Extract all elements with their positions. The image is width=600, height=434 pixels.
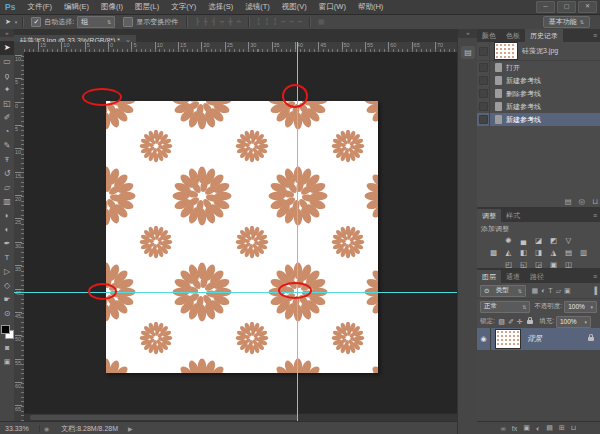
auto-select-group-dropdown[interactable]: 组 ⇅ <box>77 16 115 28</box>
dock-expand-icon[interactable]: « <box>458 29 478 38</box>
filter-type-icon[interactable]: ▦ <box>532 287 539 294</box>
dodge-tool[interactable]: ◐ <box>0 223 14 237</box>
delete-state-icon[interactable]: ⊔ <box>592 197 598 206</box>
quick-mask-button[interactable]: ◙ <box>0 341 14 355</box>
new-document-from-state-icon[interactable]: ▤ <box>565 197 572 206</box>
tool-preset-picker[interactable]: ➤ ▾ <box>5 18 17 26</box>
lock-all-icon[interactable] <box>527 320 533 324</box>
layer-filter-dropdown[interactable]: ⊙ 类型 ⇅ <box>480 285 526 297</box>
move-tool[interactable]: ➤ <box>0 41 14 55</box>
hand-tool[interactable]: ☛ <box>0 293 14 307</box>
menu-item[interactable]: 编辑(E) <box>58 0 95 14</box>
panel-tab-图层[interactable]: 图层 <box>477 270 501 283</box>
adjustment-icon[interactable]: ✺ <box>503 235 514 247</box>
history-brush-source-box[interactable] <box>479 89 488 98</box>
panel-menu-icon[interactable]: ≡ <box>593 209 597 222</box>
adjustment-icon[interactable]: ▄ <box>518 235 529 247</box>
close-button[interactable]: ✕ <box>578 1 597 13</box>
delete-layer-icon[interactable]: ⊔ <box>571 424 576 432</box>
blend-mode-dropdown[interactable]: 正常 ⇅ <box>480 301 530 313</box>
eyedropper-tool[interactable]: ✐ <box>0 111 14 125</box>
pen-tool[interactable]: ✒ <box>0 237 14 251</box>
healing-brush-tool[interactable]: ◔ <box>0 125 14 139</box>
panel-tab-调整[interactable]: 调整 <box>477 209 501 222</box>
layer-mask-icon[interactable]: ▣ <box>523 424 530 432</box>
panel-tab-路径[interactable]: 路径 <box>525 270 549 283</box>
menu-item[interactable]: 选择(S) <box>202 0 239 14</box>
adjustment-layer-icon[interactable]: ◐ <box>536 425 540 432</box>
lasso-tool[interactable]: ϙ <box>0 69 14 83</box>
auto-select-checkbox[interactable]: ✓ <box>31 17 41 27</box>
maximize-button[interactable]: ▢ <box>557 1 576 13</box>
workspace-switcher[interactable]: 基本功能 ⇅ <box>543 16 590 28</box>
path-selection-tool[interactable]: ▷ <box>0 265 14 279</box>
adjustment-icon[interactable]: ◨ <box>533 247 544 259</box>
history-brush-source-box[interactable] <box>479 102 488 111</box>
filter-type-icon[interactable]: ▣ <box>564 287 571 294</box>
color-swatches[interactable] <box>0 325 14 341</box>
toolbar-collapse-icon[interactable]: » <box>0 29 14 37</box>
type-tool[interactable]: T <box>0 251 14 265</box>
gradient-tool[interactable]: ▥ <box>0 195 14 209</box>
opacity-dropdown[interactable]: 100% ▾ <box>564 301 597 313</box>
menu-item[interactable]: 文字(Y) <box>165 0 202 14</box>
shape-tool[interactable]: ◇ <box>0 279 14 293</box>
history-brush-source-box[interactable] <box>479 76 488 85</box>
marquee-tool[interactable]: ▭ <box>0 55 14 69</box>
new-layer-icon[interactable]: ⊞ <box>559 424 565 432</box>
panel-tab-色板[interactable]: 色板 <box>501 29 525 42</box>
zoom-level-field[interactable]: 33.33% <box>5 425 40 432</box>
panel-tab-颜色[interactable]: 颜色 <box>477 29 501 42</box>
horizontal-scrollbar[interactable] <box>24 413 457 421</box>
lock-icon[interactable]: ▨ <box>498 318 505 325</box>
panel-menu-icon[interactable]: ≡ <box>593 270 597 283</box>
menu-item[interactable]: 窗口(W) <box>313 0 352 14</box>
adjustment-icon[interactable]: ▤ <box>563 247 574 259</box>
history-snapshot-row[interactable]: 硅藻泥3.jpg <box>477 42 600 61</box>
adjustment-icon[interactable]: ◩ <box>548 235 559 247</box>
eraser-tool[interactable]: ▱ <box>0 181 14 195</box>
canvas-viewport[interactable] <box>24 52 457 421</box>
filter-toggle-icon[interactable]: ▐ <box>592 287 597 294</box>
history-state-row[interactable]: 打开 <box>477 61 600 74</box>
layer-effects-icon[interactable]: fx <box>512 425 517 432</box>
adjustment-icon[interactable]: ◪ <box>533 235 544 247</box>
scrollbar-thumb[interactable] <box>30 415 298 420</box>
vertical-guide[interactable] <box>297 52 298 421</box>
adjustment-icon[interactable]: ▩ <box>488 247 499 259</box>
history-state-row[interactable]: 删除参考线 <box>477 87 600 100</box>
canvas-image[interactable] <box>106 101 378 373</box>
history-state-row[interactable]: 新建参考线 <box>477 100 600 113</box>
fill-dropdown[interactable]: 100% ▾ <box>556 316 591 328</box>
show-transform-checkbox[interactable] <box>123 17 133 27</box>
minimize-button[interactable]: ─ <box>536 1 555 13</box>
link-layers-icon[interactable]: ∞ <box>501 425 506 432</box>
zoom-tool[interactable]: ⊙ <box>0 307 14 321</box>
filter-type-icon[interactable]: ◐ <box>541 287 545 294</box>
history-state-row[interactable]: 新建参考线 <box>477 74 600 87</box>
menu-item[interactable]: 视图(V) <box>276 0 313 14</box>
lock-icon[interactable]: ✛ <box>517 318 523 325</box>
layer-visibility-eye-icon[interactable]: ◉ <box>477 328 491 350</box>
adjustment-icon[interactable]: ◧ <box>518 247 529 259</box>
menu-item[interactable]: 帮助(H) <box>352 0 389 14</box>
history-brush-source-box[interactable] <box>479 63 488 72</box>
menu-item[interactable]: 图像(I) <box>95 0 129 14</box>
clone-stamp-tool[interactable]: Ŧ <box>0 153 14 167</box>
panel-tab-通道[interactable]: 通道 <box>501 270 525 283</box>
layer-row-background[interactable]: ◉ 背景 <box>477 328 600 350</box>
blur-tool[interactable]: ◗ <box>0 209 14 223</box>
adjustment-icon[interactable]: ◮ <box>548 247 559 259</box>
adjustment-icon[interactable]: ▽ <box>563 235 574 247</box>
layer-group-icon[interactable]: ▤ <box>546 424 553 432</box>
lock-icon[interactable]: ✐ <box>508 318 514 325</box>
menu-item[interactable]: 文件(F) <box>21 0 58 14</box>
panel-tab-样式[interactable]: 样式 <box>501 209 525 222</box>
screen-mode-button[interactable]: ▣ <box>0 355 14 369</box>
new-snapshot-icon[interactable]: ◎ <box>579 197 586 206</box>
panel-tab-历史记录[interactable]: 历史记录 <box>525 29 563 42</box>
filter-type-icon[interactable]: T <box>548 287 552 294</box>
crop-tool[interactable]: ◱ <box>0 97 14 111</box>
menu-item[interactable]: 图层(L) <box>129 0 165 14</box>
history-state-row[interactable]: 新建参考线 <box>477 113 600 126</box>
